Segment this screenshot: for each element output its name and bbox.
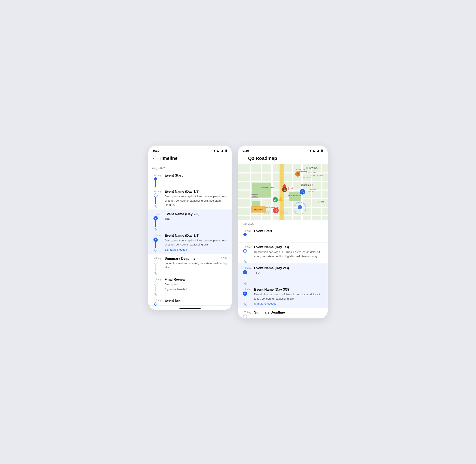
timeline-connector	[155, 221, 156, 227]
timeline-item[interactable]: 01 AugEvent Start	[148, 171, 232, 187]
back-button[interactable]: ←	[152, 156, 156, 161]
timeline-item[interactable]: Today···📎Event Name (Day 3/3)Description…	[148, 231, 232, 254]
event-tbd: TBD	[254, 271, 325, 274]
timeline-content: Summary Deadline	[252, 308, 328, 317]
timeline-left: 01 Aug	[148, 171, 163, 187]
timeline-content: Event Name (Day 2/3)TBD	[163, 210, 232, 223]
timeline-left: 01 Aug📎	[148, 187, 163, 208]
svg-text:Union Square: Union Square	[311, 174, 323, 177]
status-icons-2: ▼▲ ▲ ▮	[309, 148, 323, 153]
attachment-icon: 📎	[154, 205, 157, 208]
timeline-connector	[155, 285, 156, 292]
timeline-content: Event Start	[252, 227, 328, 236]
timeline-dot: ···	[243, 291, 247, 296]
timeline-date: 12 Aug	[148, 299, 163, 301]
status-time-2: 9:30	[243, 149, 249, 152]
svg-text:THEATER: THEATER	[308, 189, 316, 191]
timeline-dot	[154, 302, 158, 306]
timeline-item[interactable]: Today✓📎Event Name (Day 2/3)TBD	[148, 210, 232, 231]
event-description: Description can wrap in 3 lines. Lorem i…	[254, 250, 325, 258]
timeline-left: Today···📎	[148, 231, 163, 252]
event-title: Event Name (Day 2/3)	[165, 212, 199, 216]
timeline-dot: ✓	[154, 216, 158, 221]
home-indicator	[179, 308, 201, 309]
event-tbd: TBD	[165, 217, 229, 220]
timeline-item[interactable]: 05 Aug📎Summary DeadlineCD311Lorem ipsum …	[148, 254, 232, 275]
timeline-item[interactable]: Today···📎Event Name (Day 3/3)Description…	[238, 285, 328, 308]
timeline-date: Today	[238, 288, 252, 291]
timeline-connector	[155, 242, 156, 248]
timeline-item[interactable]: 01 Aug📎Event Name (Day 1/3)Description c…	[238, 243, 328, 264]
svg-text:SOMA: SOMA	[318, 201, 324, 203]
timeline-left: 12 Aug	[148, 296, 163, 305]
timeline-content: Event End	[163, 296, 232, 305]
event-description: Description can wrap in 3 lines. Lorem i…	[165, 238, 229, 247]
attachment-icon: 📎	[154, 271, 157, 275]
map-view[interactable]: Busy area San Francisco CHINATOWN NOB HI…	[238, 164, 328, 220]
timeline-item[interactable]: 01 AugEvent Start	[238, 227, 328, 243]
event-title: Event Name (Day 3/3)	[254, 288, 289, 291]
phone-timeline: 9:30 ▼▲ ▲ ▮ ← Timeline Aug, 2022 01 AugE…	[148, 145, 232, 310]
timeline-list-2: 01 AugEvent Start01 Aug📎Event Name (Day …	[238, 227, 328, 319]
home-bar	[148, 306, 232, 310]
svg-text:WESTERN: WESTERN	[251, 194, 258, 196]
svg-text:🏛: 🏛	[283, 188, 286, 191]
timeline-date: 05 Aug	[148, 257, 163, 260]
event-title: Final Review	[165, 278, 185, 281]
timeline-content: Event Name (Day 1/3)Description can wrap…	[252, 243, 328, 261]
timeline-dot	[243, 249, 247, 253]
attachment-icon: 📎	[154, 228, 157, 231]
timeline-dot	[154, 193, 157, 197]
svg-text:🔧: 🔧	[301, 190, 305, 194]
timeline-date: 01 Aug	[238, 230, 252, 232]
event-description: Description can wrap in 3 lines. Lorem i…	[254, 292, 325, 301]
event-description: Description can wrap in 3 lines. Lorem i…	[165, 194, 229, 207]
attachment-icon: 📎	[154, 293, 157, 296]
back-button-2[interactable]: ←	[242, 156, 246, 161]
timeline-item[interactable]: 12 AugEvent End	[148, 296, 232, 306]
timeline-content: Final ReviewDescriptionSignature Needed	[163, 275, 232, 294]
svg-text:NOB HILL: NOB HILL	[308, 171, 316, 173]
timeline-date: 05 Aug	[238, 311, 252, 314]
svg-rect-18	[289, 192, 301, 201]
timeline-content: Event Name (Day 3/3)Description can wrap…	[163, 231, 232, 254]
timeline-content: Event Name (Day 3/3)Description can wrap…	[252, 285, 328, 308]
svg-text:Asian Art Museum: Asian Art Museum	[288, 194, 302, 196]
svg-text:101: 101	[289, 187, 292, 189]
timeline-date: 01 Aug	[148, 174, 163, 177]
svg-text:DISTRICT: DISTRICT	[308, 191, 316, 193]
timeline-left: Today✓📎	[148, 210, 163, 231]
timeline-date: 01 Aug	[238, 246, 252, 248]
timeline-left: 05 Aug	[238, 308, 252, 318]
attachment-icon: 📎	[243, 260, 247, 263]
timeline-connector	[245, 253, 245, 259]
timeline-left: 01 Aug	[238, 227, 252, 242]
status-bar-2: 9:30 ▼▲ ▲ ▮	[238, 145, 328, 154]
timeline-content: Event Name (Day 1/3)Description can wrap…	[163, 187, 232, 210]
timeline-dot	[243, 232, 247, 237]
timeline-item[interactable]: 01 Aug📎Event Name (Day 1/3)Description c…	[148, 187, 232, 210]
event-title: Summary Deadline	[165, 257, 195, 261]
svg-text:JAPANTOWN: JAPANTOWN	[261, 186, 273, 188]
wifi-icon-2: ▼▲	[309, 149, 315, 153]
timeline-left: 10 Aug📎	[148, 275, 163, 296]
svg-text:!: !	[284, 185, 284, 187]
roadmap-title: Q2 Roadmap	[248, 155, 277, 161]
timeline-dot	[243, 314, 247, 318]
event-title: Event Name (Day 1/3)	[254, 245, 289, 249]
timeline-connector	[245, 236, 245, 242]
section-label-2: Aug, 2022	[238, 220, 328, 227]
signal-icon-2: ▲	[317, 149, 320, 153]
phone-roadmap: 9:30 ▼▲ ▲ ▮ ← Q2 Roadmap	[238, 145, 328, 319]
timeline-connector	[245, 296, 245, 302]
timeline-item[interactable]: 05 AugSummary Deadline	[238, 308, 328, 319]
timeline-left: 01 Aug📎	[238, 243, 252, 263]
svg-text:CHINATOWN: CHINATOWN	[306, 167, 318, 169]
timeline-date: Today	[148, 213, 163, 215]
timeline-connector	[155, 197, 156, 204]
timeline-dot: ···	[154, 238, 158, 242]
timeline-item[interactable]: 10 Aug📎Final ReviewDescriptionSignature …	[148, 275, 232, 296]
event-title: Event Name (Day 3/3)	[165, 234, 199, 238]
timeline-item[interactable]: Today✓📎Event Name (Day 2/3)TBD	[238, 264, 328, 285]
signature-needed: Signature Needed	[254, 302, 325, 305]
